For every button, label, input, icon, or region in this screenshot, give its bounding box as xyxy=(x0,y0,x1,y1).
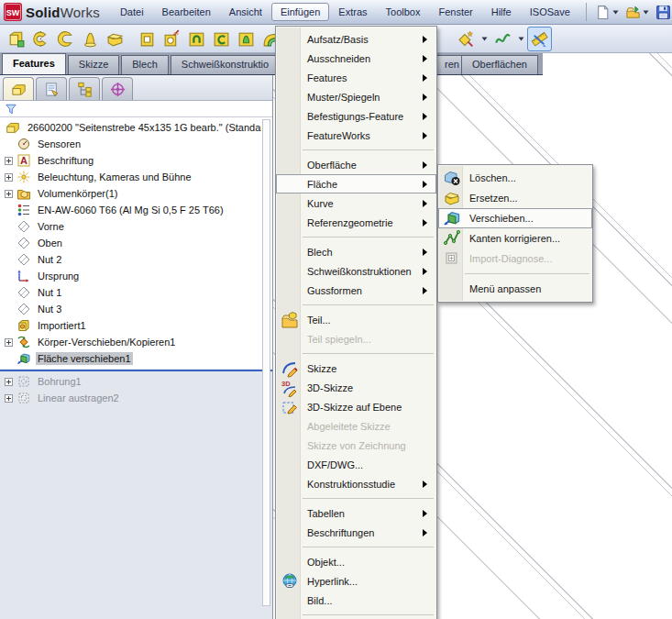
menu-hilfe[interactable]: Hilfe xyxy=(482,3,521,21)
tree-item-beleuchtung-kameras-und-buehne[interactable]: Beleuchtung, Kameras und Bühne xyxy=(0,169,261,185)
menu-item-blech[interactable]: Blech xyxy=(276,242,436,261)
tree-filter-bar[interactable] xyxy=(0,101,272,117)
expand-toggle-icon[interactable] xyxy=(5,157,17,165)
menu-item-gussformen[interactable]: Gussformen xyxy=(276,281,436,300)
menu-item-features[interactable]: Features xyxy=(276,68,436,87)
feature-tree-rolled-back: Bohrung1Linear austragen2 xyxy=(0,373,272,406)
menu-separator xyxy=(303,237,434,238)
open-folder-icon-button[interactable] xyxy=(623,3,651,22)
menu-item-kanten-korrigieren[interactable]: Kanten korrigieren... xyxy=(438,228,592,249)
tree-item-26600200-seitenstrebe-45x135-1g-bearb-standard[interactable]: 26600200 "Seitenstrebe 45x135 1G bearb."… xyxy=(0,119,261,136)
tab-schweisskonstruktio[interactable]: Schweißkonstruktio xyxy=(171,55,280,74)
menu-item-bild[interactable]: Bild... xyxy=(276,591,436,610)
menu-item-verschieben[interactable]: Verschieben... xyxy=(438,208,592,228)
new-doc-icon-button[interactable] xyxy=(593,3,621,22)
swept-cut-button[interactable] xyxy=(209,27,234,51)
menu-item-oberflaeche[interactable]: Oberfläche xyxy=(276,155,436,174)
menu-fenster[interactable]: Fenster xyxy=(429,3,481,21)
menu-item-skizze[interactable]: Skizze xyxy=(276,359,436,378)
tree-item-bohrung1[interactable]: Bohrung1 xyxy=(0,373,272,390)
tree-item-importiert1[interactable]: Importiert1 xyxy=(0,317,261,334)
menu-item-loeschen[interactable]: Löschen... xyxy=(438,168,592,188)
dropdown-caret-icon[interactable] xyxy=(518,37,524,41)
menu-item-tabellen[interactable]: Tabellen xyxy=(276,503,436,523)
revolved-cut-icon xyxy=(187,29,206,49)
expand-toggle-icon[interactable] xyxy=(5,190,17,198)
menu-einfuegen[interactable]: Einfügen xyxy=(271,3,329,21)
tree-item-vorne[interactable]: Vorne xyxy=(0,218,261,235)
menu-item-beschriftungen[interactable]: Beschriftungen xyxy=(276,523,436,542)
tree-item-linear-austragen2[interactable]: Linear austragen2 xyxy=(0,390,272,406)
extruded-cut-button[interactable] xyxy=(135,27,160,51)
menu-item-aufsatz-basis[interactable]: Aufsatz/Basis xyxy=(276,29,436,49)
menu-item-hyperlink[interactable]: Hyperlink... xyxy=(276,571,436,591)
tab-oberflaechen[interactable]: Oberflächen xyxy=(461,55,538,74)
menu-item-befestigungs-feature[interactable]: Befestigungs-Feature xyxy=(276,106,436,126)
save-icon-button[interactable] xyxy=(654,3,672,22)
menu-item-ausschneiden[interactable]: Ausschneiden xyxy=(276,49,436,68)
dropdown-caret-icon[interactable] xyxy=(481,37,488,41)
menu-item-muster-spiegeln[interactable]: Muster/Spiegeln xyxy=(276,87,436,106)
tab-features[interactable]: Features xyxy=(2,53,66,74)
menu-item-konstruktionsstudie[interactable]: Konstruktionsstudie xyxy=(276,474,436,493)
tree-item-ursprung[interactable]: Ursprung xyxy=(0,268,261,284)
swept-boss-button[interactable] xyxy=(53,27,78,51)
rollback-bar[interactable] xyxy=(0,370,272,371)
spline-button[interactable] xyxy=(490,27,515,51)
lofted-cut-button[interactable] xyxy=(234,27,259,51)
tree-item-nut-1[interactable]: Nut 1 xyxy=(0,284,261,301)
menu-item-featureworks[interactable]: FeatureWorks xyxy=(276,126,436,145)
menu-item-referenzgeometrie[interactable]: Referenzgeometrie xyxy=(276,213,436,232)
delete-face-icon xyxy=(443,169,461,187)
dimxpert-tab[interactable] xyxy=(102,77,133,100)
menu-extras[interactable]: Extras xyxy=(329,3,376,21)
tab-skizze[interactable]: Skizze xyxy=(68,55,119,74)
solidworks-logo-icon: SW xyxy=(4,3,22,21)
menu-bearbeiten[interactable]: Bearbeiten xyxy=(153,3,220,21)
tree-item-beschriftung[interactable]: ABeschriftung xyxy=(0,152,261,169)
hole-wizard-button[interactable] xyxy=(160,27,184,51)
configuration-manager-tab[interactable] xyxy=(69,77,100,100)
tree-item-nut-3[interactable]: Nut 3 xyxy=(0,301,261,317)
revolved-boss-button[interactable] xyxy=(28,27,53,51)
menu-toolbox[interactable]: Toolbox xyxy=(377,3,430,21)
dropdown-caret-icon[interactable] xyxy=(643,10,649,15)
expand-toggle-icon[interactable] xyxy=(5,338,17,347)
tree-item-volumenkoerper-1[interactable]: Volumenkörper(1) xyxy=(0,185,261,202)
tree-item-nut-2[interactable]: Nut 2 xyxy=(0,251,261,268)
feature-manager-tab[interactable] xyxy=(3,77,34,100)
expand-toggle-icon[interactable] xyxy=(5,378,17,386)
revolved-cut-button[interactable] xyxy=(184,27,209,51)
tree-item-koerper-verschieben-kopieren1[interactable]: Körper-Verschieben/Kopieren1 xyxy=(0,334,261,350)
menu-item-flaeche[interactable]: Fläche xyxy=(276,174,436,193)
menu-item-dxf-dwg[interactable]: DXF/DWG... xyxy=(276,455,436,474)
menu-item-kurve[interactable]: Kurve xyxy=(276,193,436,213)
menu-item-skizze-von-zeichnung: Skizze von Zeichnung xyxy=(276,436,436,455)
menu-item-ersetzen[interactable]: Ersetzen... xyxy=(438,188,592,208)
lofted-boss-button[interactable] xyxy=(78,27,103,51)
tab-blech[interactable]: Blech xyxy=(121,55,169,74)
menu-item-3d-skizze-auf-ebene[interactable]: 3D-Skizze auf Ebene xyxy=(276,397,436,416)
menu-ansicht[interactable]: Ansicht xyxy=(220,3,271,21)
tree-item-sensoren[interactable]: Sensoren xyxy=(0,136,261,152)
boundary-boss-button[interactable] xyxy=(103,27,127,51)
menu-datei[interactable]: Datei xyxy=(111,3,153,21)
expand-toggle-icon[interactable] xyxy=(5,394,17,403)
menu-isosave[interactable]: ISOSave xyxy=(521,3,579,21)
menu-item-schweisskonstruktionen[interactable]: Schweißkonstruktionen xyxy=(276,261,436,281)
menu-item-3d-skizze[interactable]: 3D3D-Skizze xyxy=(276,378,436,397)
menu-item-teil[interactable]: Teil... xyxy=(276,310,436,329)
tree-scrollbar[interactable] xyxy=(262,119,270,606)
expand-toggle-icon[interactable] xyxy=(5,173,17,182)
tree-item-oben[interactable]: Oben xyxy=(0,235,261,251)
property-manager-tab[interactable] xyxy=(36,77,67,100)
tree-item-flaeche-verschieben1[interactable]: Fläche verschieben1 xyxy=(0,350,261,367)
tree-item-en-aw-6060-t66-al-mg-si-0-5-f-25-t66[interactable]: EN-AW-6060 T66 (Al Mg Si 0,5 F 25 T66) xyxy=(0,202,261,218)
menu-separator xyxy=(303,498,434,499)
menu-item-objekt[interactable]: Objekt... xyxy=(276,552,436,571)
dropdown-caret-icon[interactable] xyxy=(612,10,619,15)
move-face-command-button[interactable] xyxy=(527,27,552,51)
sketch-with-star-button[interactable] xyxy=(454,27,479,51)
extruded-boss-button[interactable] xyxy=(4,27,28,51)
menu-item-menue-anpassen[interactable]: Menü anpassen xyxy=(438,279,592,299)
